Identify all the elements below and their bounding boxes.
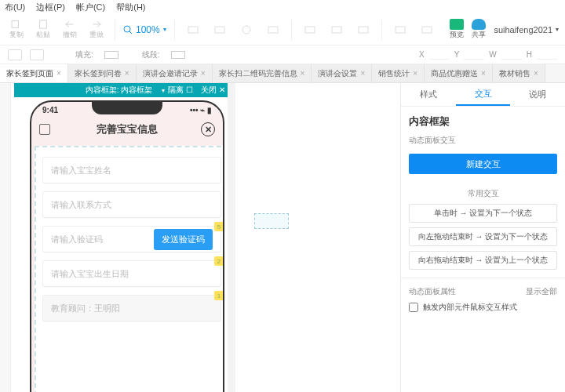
menu-item[interactable]: 帐户(C) xyxy=(76,2,105,13)
svg-rect-0 xyxy=(12,20,19,27)
close-icon[interactable]: × xyxy=(56,69,61,78)
page-tabs: 家长签到页面× 家长签到问卷× 演讲会邀请记录× 家长扫二维码完善信息× 演讲会… xyxy=(0,64,565,83)
toolbar: 复制 粘贴 撤销 重做 100%▾ 预览 共享 suihaifeng2021▾ xyxy=(0,14,565,45)
svg-rect-7 xyxy=(268,27,278,33)
preset-button[interactable]: 向右拖动结束时 → 设置为上一个状态 xyxy=(409,251,557,270)
menu-bar: 布(U) 边框(P) 帐户(C) 帮助(H) xyxy=(0,0,565,14)
user-menu[interactable]: suihaifeng2021▾ xyxy=(494,25,559,34)
phone-mockup: 9:41 ••• ⌁ ▮ 完善宝宝信息 ✕ 请输入宝宝姓名 请输入联系方式 请输… xyxy=(30,100,224,392)
tool-button[interactable] xyxy=(263,20,283,40)
content-frame[interactable]: 请输入宝宝姓名 请输入联系方式 请输入验证码 发送验证码 5 请输入宝宝出生日期… xyxy=(35,146,224,392)
left-rail xyxy=(0,83,11,392)
note-badge[interactable]: 1 xyxy=(214,291,224,300)
section-label: 动态面板属性 xyxy=(409,286,456,297)
note-badge[interactable]: 5 xyxy=(214,222,224,231)
tab-style[interactable]: 样式 xyxy=(401,83,456,106)
fill-swatch[interactable] xyxy=(104,51,118,59)
note-badge[interactable]: 2 xyxy=(214,256,224,266)
share-button[interactable]: 共享 xyxy=(472,19,486,40)
placeholder-widget[interactable] xyxy=(254,213,289,229)
fill-label: 填充: xyxy=(75,49,93,60)
style-chip[interactable] xyxy=(30,49,44,60)
tool-button[interactable] xyxy=(326,20,347,40)
svg-rect-12 xyxy=(422,27,432,33)
svg-rect-4 xyxy=(188,27,198,33)
advisor-field[interactable]: 教育顾问：王明阳 1 xyxy=(42,295,221,321)
preset-button[interactable]: 单击时 → 设置为下一个状态 xyxy=(409,204,557,223)
close-button[interactable]: ✕ xyxy=(201,122,215,136)
menu-item[interactable]: 帮助(H) xyxy=(116,2,145,13)
common-label: 常用交互 xyxy=(409,188,557,199)
tool-button[interactable] xyxy=(236,20,257,40)
close-selection[interactable]: 关闭 ✕ xyxy=(201,85,225,96)
svg-rect-1 xyxy=(40,20,47,27)
w-input[interactable] xyxy=(501,50,522,60)
tab-notes[interactable]: 说明 xyxy=(510,83,565,106)
page-tab[interactable]: 演讲会邀请记录× xyxy=(137,64,213,82)
style-chip[interactable] xyxy=(8,49,22,60)
cloud-icon xyxy=(472,19,486,30)
svg-rect-5 xyxy=(215,27,224,33)
redo-button[interactable]: 重做 xyxy=(86,20,107,40)
line-label: 线段: xyxy=(142,49,160,60)
tool-button[interactable] xyxy=(390,20,410,40)
menu-item[interactable]: 边框(P) xyxy=(36,2,65,13)
play-icon xyxy=(450,19,464,30)
selection-title: 内容框架 xyxy=(409,114,557,129)
signal-icon: ••• ⌁ ▮ xyxy=(190,106,212,114)
paste-button[interactable]: 粘贴 xyxy=(33,20,53,40)
zoom-control[interactable]: 100%▾ xyxy=(123,24,166,35)
phone-header: 完善宝宝信息 ✕ xyxy=(31,118,223,141)
send-code-button[interactable]: 发送验证码 xyxy=(154,229,213,250)
back-button[interactable] xyxy=(39,124,50,135)
svg-point-2 xyxy=(124,26,130,32)
isolate-button[interactable]: 隔离 ☐ xyxy=(168,85,193,96)
code-field[interactable]: 请输入验证码 发送验证码 5 xyxy=(42,226,221,252)
svg-rect-11 xyxy=(396,27,405,33)
y-input[interactable] xyxy=(464,50,484,60)
tool-button[interactable] xyxy=(353,20,374,40)
page-tab[interactable]: 销售统计× xyxy=(372,64,425,82)
page-tab[interactable]: 家长签到问卷× xyxy=(68,64,137,82)
svg-rect-9 xyxy=(332,27,341,33)
menu-item[interactable]: 布(U) xyxy=(5,2,25,13)
copy-button[interactable]: 复制 xyxy=(6,20,27,40)
tool-button[interactable] xyxy=(417,20,437,40)
tab-interaction[interactable]: 交互 xyxy=(456,83,511,106)
x-input[interactable] xyxy=(429,50,450,60)
inspector-panel: 样式 交互 说明 内容框架 动态面板交互 新建交互 常用交互 单击时 → 设置为… xyxy=(400,83,565,392)
preset-button[interactable]: 向左拖动结束时 → 设置为下一个状态 xyxy=(409,227,557,246)
show-all-link[interactable]: 显示全部 xyxy=(526,286,557,297)
page-tab[interactable]: 演讲会设置× xyxy=(312,64,372,82)
hover-style-checkbox[interactable]: 触发内部元件鼠标交互样式 xyxy=(409,302,557,313)
new-interaction-button[interactable]: 新建交互 xyxy=(409,154,557,174)
h-input[interactable] xyxy=(537,50,557,60)
name-field[interactable]: 请输入宝宝姓名 xyxy=(42,157,221,183)
undo-button[interactable]: 撤销 xyxy=(60,20,80,40)
page-tab[interactable]: 家长签到页面× xyxy=(0,64,68,82)
scrollbar[interactable] xyxy=(228,83,235,392)
tool-button[interactable] xyxy=(210,20,230,40)
page-tab[interactable]: 商品优惠赠送× xyxy=(425,64,493,82)
page-tab[interactable]: 家长扫二维码完善信息× xyxy=(213,64,312,82)
svg-rect-10 xyxy=(359,27,368,33)
page-title: 完善宝宝信息 xyxy=(97,122,158,136)
property-bar: 填充: 线段: X Y W H xyxy=(0,45,565,64)
canvas[interactable]: 内容框架: 内容框架▾ 隔离 ☐ 关闭 ✕ 9:41 ••• ⌁ ▮ 完善宝宝信… xyxy=(11,83,400,392)
section-label: 动态面板交互 xyxy=(409,135,557,146)
page-tab[interactable]: 教材销售× xyxy=(493,64,545,82)
search-icon xyxy=(123,25,133,34)
svg-rect-8 xyxy=(305,27,315,33)
phone-field[interactable]: 请输入联系方式 xyxy=(42,191,221,218)
tool-button[interactable] xyxy=(300,20,320,40)
svg-line-3 xyxy=(129,31,132,34)
line-swatch[interactable] xyxy=(171,51,185,59)
svg-point-6 xyxy=(242,26,250,34)
preview-button[interactable]: 预览 xyxy=(450,19,464,40)
tool-button[interactable] xyxy=(183,20,203,40)
selection-bar: 内容框架: 内容框架▾ 隔离 ☐ 关闭 ✕ xyxy=(14,83,231,97)
birthdate-field[interactable]: 请输入宝宝出生日期 2 xyxy=(42,260,221,287)
notch xyxy=(92,102,162,114)
